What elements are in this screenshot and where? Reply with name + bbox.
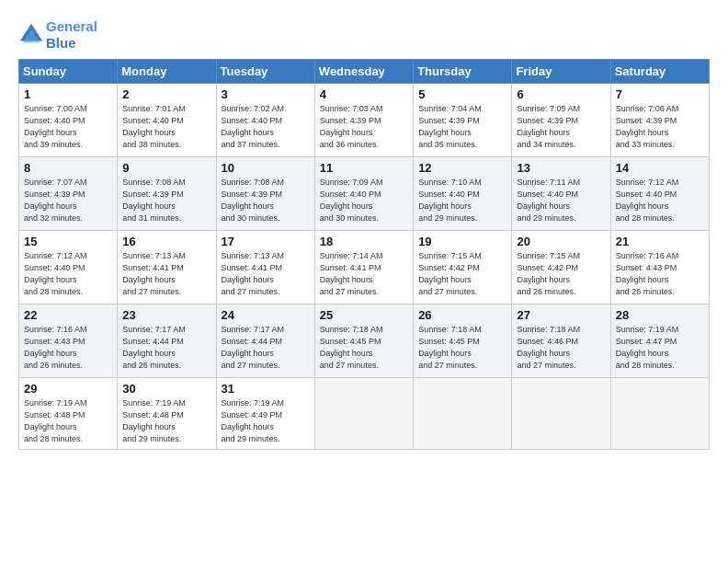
calendar-header-row: SundayMondayTuesdayWednesdayThursdayFrid… — [19, 60, 710, 84]
day-info: Sunrise: 7:09 AMSunset: 4:40 PMDaylight … — [320, 177, 408, 224]
day-number: 19 — [418, 235, 506, 248]
day-info: Sunrise: 7:18 AMSunset: 4:45 PMDaylight … — [320, 324, 408, 372]
day-info: Sunrise: 7:04 AMSunset: 4:39 PMDaylight … — [418, 103, 506, 151]
logo: General Blue — [18, 18, 97, 52]
calendar-day-cell: 31Sunrise: 7:19 AMSunset: 4:49 PMDayligh… — [216, 378, 314, 450]
calendar-day-cell: 25Sunrise: 7:18 AMSunset: 4:45 PMDayligh… — [314, 304, 413, 378]
logo-icon — [18, 22, 44, 48]
calendar-day-cell: 3Sunrise: 7:02 AMSunset: 4:40 PMDaylight… — [216, 84, 314, 157]
calendar-day-header: Saturday — [610, 60, 709, 84]
day-number: 24 — [222, 308, 310, 322]
day-info: Sunrise: 7:18 AMSunset: 4:46 PMDaylight … — [517, 324, 605, 372]
day-info: Sunrise: 7:12 AMSunset: 4:40 PMDaylight … — [24, 250, 112, 298]
calendar-table: SundayMondayTuesdayWednesdayThursdayFrid… — [18, 59, 710, 450]
calendar-day-cell: 10Sunrise: 7:08 AMSunset: 4:39 PMDayligh… — [216, 157, 314, 231]
day-number: 3 — [222, 87, 310, 101]
day-number: 21 — [616, 235, 704, 248]
day-number: 16 — [122, 235, 210, 248]
calendar-day-cell: 5Sunrise: 7:04 AMSunset: 4:39 PMDaylight… — [414, 84, 512, 157]
day-number: 10 — [222, 161, 310, 175]
day-info: Sunrise: 7:15 AMSunset: 4:42 PMDaylight … — [517, 250, 605, 298]
day-info: Sunrise: 7:17 AMSunset: 4:44 PMDaylight … — [222, 324, 310, 372]
calendar-day-header: Wednesday — [314, 60, 413, 84]
day-number: 4 — [320, 87, 408, 101]
day-info: Sunrise: 7:16 AMSunset: 4:43 PMDaylight … — [24, 324, 112, 372]
day-number: 30 — [122, 382, 210, 396]
day-number: 22 — [24, 308, 112, 322]
day-number: 17 — [222, 235, 310, 248]
logo-blue: Blue — [46, 35, 76, 51]
day-number: 14 — [616, 161, 704, 175]
day-number: 12 — [418, 161, 506, 175]
logo-text: General Blue — [46, 18, 97, 52]
day-info: Sunrise: 7:19 AMSunset: 4:48 PMDaylight … — [24, 397, 112, 445]
day-info: Sunrise: 7:01 AMSunset: 4:40 PMDaylight … — [122, 103, 210, 151]
day-info: Sunrise: 7:19 AMSunset: 4:49 PMDaylight … — [222, 397, 310, 445]
day-number: 5 — [418, 87, 506, 101]
calendar-day-header: Tuesday — [216, 60, 314, 84]
calendar-day-cell: 13Sunrise: 7:11 AMSunset: 4:40 PMDayligh… — [512, 157, 610, 231]
calendar-day-cell: 8Sunrise: 7:07 AMSunset: 4:39 PMDaylight… — [19, 157, 118, 231]
calendar-day-header: Friday — [512, 60, 610, 84]
calendar-day-cell — [314, 378, 413, 450]
page-container: General Blue SundayMondayTuesdayWednesda… — [0, 0, 728, 459]
calendar-day-cell: 12Sunrise: 7:10 AMSunset: 4:40 PMDayligh… — [414, 157, 512, 231]
calendar-day-cell: 7Sunrise: 7:06 AMSunset: 4:39 PMDaylight… — [610, 84, 709, 157]
day-info: Sunrise: 7:06 AMSunset: 4:39 PMDaylight … — [616, 103, 704, 151]
day-info: Sunrise: 7:19 AMSunset: 4:48 PMDaylight … — [122, 397, 210, 445]
day-info: Sunrise: 7:15 AMSunset: 4:42 PMDaylight … — [418, 250, 506, 298]
day-info: Sunrise: 7:13 AMSunset: 4:41 PMDaylight … — [122, 250, 210, 298]
day-info: Sunrise: 7:03 AMSunset: 4:39 PMDaylight … — [320, 103, 408, 151]
calendar-week-row: 1Sunrise: 7:00 AMSunset: 4:40 PMDaylight… — [19, 84, 710, 157]
day-info: Sunrise: 7:14 AMSunset: 4:41 PMDaylight … — [320, 250, 408, 298]
day-info: Sunrise: 7:11 AMSunset: 4:40 PMDaylight … — [517, 177, 605, 224]
day-info: Sunrise: 7:12 AMSunset: 4:40 PMDaylight … — [616, 177, 704, 224]
day-info: Sunrise: 7:17 AMSunset: 4:44 PMDaylight … — [122, 324, 210, 372]
calendar-day-cell: 29Sunrise: 7:19 AMSunset: 4:48 PMDayligh… — [19, 378, 118, 450]
calendar-day-cell: 4Sunrise: 7:03 AMSunset: 4:39 PMDaylight… — [314, 84, 413, 157]
calendar-day-cell: 28Sunrise: 7:19 AMSunset: 4:47 PMDayligh… — [610, 304, 709, 378]
day-number: 25 — [320, 308, 408, 322]
calendar-day-header: Monday — [118, 60, 216, 84]
calendar-day-cell: 17Sunrise: 7:13 AMSunset: 4:41 PMDayligh… — [216, 231, 314, 304]
day-number: 6 — [517, 87, 605, 101]
day-number: 11 — [320, 161, 408, 175]
day-info: Sunrise: 7:08 AMSunset: 4:39 PMDaylight … — [122, 177, 210, 224]
calendar-day-cell: 14Sunrise: 7:12 AMSunset: 4:40 PMDayligh… — [610, 157, 709, 231]
calendar-week-row: 29Sunrise: 7:19 AMSunset: 4:48 PMDayligh… — [19, 378, 710, 450]
calendar-day-cell: 30Sunrise: 7:19 AMSunset: 4:48 PMDayligh… — [118, 378, 216, 450]
day-info: Sunrise: 7:18 AMSunset: 4:45 PMDaylight … — [418, 324, 506, 372]
calendar-day-cell: 6Sunrise: 7:05 AMSunset: 4:39 PMDaylight… — [512, 84, 610, 157]
calendar-day-cell — [512, 378, 610, 450]
calendar-day-cell — [414, 378, 512, 450]
calendar-day-cell: 26Sunrise: 7:18 AMSunset: 4:45 PMDayligh… — [414, 304, 512, 378]
calendar-day-cell: 20Sunrise: 7:15 AMSunset: 4:42 PMDayligh… — [512, 231, 610, 304]
day-info: Sunrise: 7:00 AMSunset: 4:40 PMDaylight … — [24, 103, 112, 151]
header: General Blue — [18, 15, 710, 52]
day-info: Sunrise: 7:07 AMSunset: 4:39 PMDaylight … — [24, 177, 112, 224]
day-number: 27 — [517, 308, 605, 322]
calendar-week-row: 15Sunrise: 7:12 AMSunset: 4:40 PMDayligh… — [19, 231, 710, 304]
calendar-day-cell: 21Sunrise: 7:16 AMSunset: 4:43 PMDayligh… — [610, 231, 709, 304]
day-number: 29 — [24, 382, 112, 396]
day-info: Sunrise: 7:16 AMSunset: 4:43 PMDaylight … — [616, 250, 704, 298]
day-info: Sunrise: 7:02 AMSunset: 4:40 PMDaylight … — [222, 103, 310, 151]
day-number: 18 — [320, 235, 408, 248]
calendar-day-cell: 24Sunrise: 7:17 AMSunset: 4:44 PMDayligh… — [216, 304, 314, 378]
day-number: 26 — [418, 308, 506, 322]
calendar-day-cell: 16Sunrise: 7:13 AMSunset: 4:41 PMDayligh… — [118, 231, 216, 304]
calendar-day-header: Thursday — [414, 60, 512, 84]
day-info: Sunrise: 7:08 AMSunset: 4:39 PMDaylight … — [222, 177, 310, 224]
day-info: Sunrise: 7:10 AMSunset: 4:40 PMDaylight … — [418, 177, 506, 224]
day-number: 31 — [222, 382, 310, 396]
calendar-day-cell: 18Sunrise: 7:14 AMSunset: 4:41 PMDayligh… — [314, 231, 413, 304]
day-number: 15 — [24, 235, 112, 248]
calendar-day-cell: 2Sunrise: 7:01 AMSunset: 4:40 PMDaylight… — [118, 84, 216, 157]
calendar-day-cell: 15Sunrise: 7:12 AMSunset: 4:40 PMDayligh… — [19, 231, 118, 304]
day-info: Sunrise: 7:19 AMSunset: 4:47 PMDaylight … — [616, 324, 704, 372]
day-number: 9 — [122, 161, 210, 175]
day-info: Sunrise: 7:13 AMSunset: 4:41 PMDaylight … — [222, 250, 310, 298]
calendar-day-cell: 19Sunrise: 7:15 AMSunset: 4:42 PMDayligh… — [414, 231, 512, 304]
day-number: 7 — [616, 87, 704, 101]
calendar-day-cell: 9Sunrise: 7:08 AMSunset: 4:39 PMDaylight… — [118, 157, 216, 231]
